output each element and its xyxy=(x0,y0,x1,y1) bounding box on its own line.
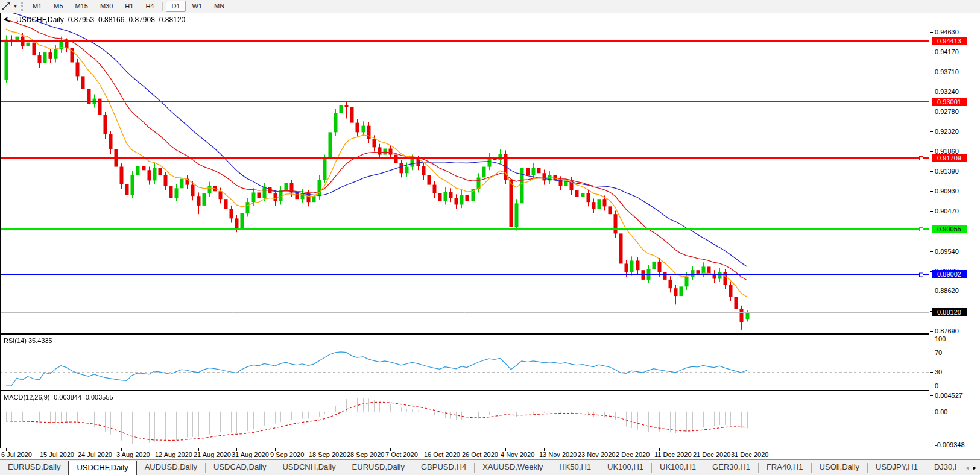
timeframe-toolbar: ▼ M1M5M15M30H1H4D1W1MN xyxy=(0,0,980,13)
chart-tab-ger30-h1[interactable]: GER30,H1 xyxy=(704,460,758,475)
timeframe-button-m1[interactable]: M1 xyxy=(27,1,47,12)
timeframe-button-m15[interactable]: M15 xyxy=(70,1,93,12)
date-tick-label: 21 Aug 2020 xyxy=(194,451,231,458)
price-tick-label: 0.92320 xyxy=(935,128,959,135)
chart-tab-eurusd-daily[interactable]: EURUSD,Daily xyxy=(0,460,68,475)
price-tick-label: 0.90930 xyxy=(935,187,959,195)
line-studies-icon[interactable] xyxy=(1,1,12,11)
close-value: 0.88120 xyxy=(159,16,185,24)
chart-tab-usdjpy-h1[interactable]: USDJPY,H1 xyxy=(868,460,926,475)
chart-tab-usdchf-daily[interactable]: USDCHF,Daily xyxy=(68,461,136,475)
timeframe-button-h4[interactable]: H4 xyxy=(140,1,159,12)
ohlc-values: 0.87953 0.88166 0.87908 0.88120 xyxy=(68,16,186,24)
date-tick-label: 16 Oct 2020 xyxy=(424,451,460,458)
toolbar-separator xyxy=(233,2,233,11)
chart-tab-usdcnh-daily[interactable]: USDCNH,Daily xyxy=(274,460,343,475)
price-tick-label: 0.92780 xyxy=(935,108,959,115)
chart-tab-fra40-h1[interactable]: FRA40,H1 xyxy=(759,460,811,475)
chart-tab-xauusd-weekly[interactable]: XAUUSD,Weekly xyxy=(475,460,551,475)
rsi-tick-mark xyxy=(930,372,933,373)
hline-price-badge: 0.90055 xyxy=(932,225,967,233)
macd-tick-label: 0.004527 xyxy=(935,392,963,399)
chart-tab-uk100-h1[interactable]: UK100,H1 xyxy=(599,460,651,475)
price-tick-label: 0.89540 xyxy=(935,248,959,255)
macd-tick-label: -0.009348 xyxy=(935,441,965,448)
timeframe-button-d1[interactable]: D1 xyxy=(166,1,185,12)
date-tick-label: 26 Oct 2020 xyxy=(462,451,498,458)
chart-arrow-icon xyxy=(4,17,12,23)
tab-scroll-right-icon[interactable]: ► xyxy=(972,465,978,471)
price-tick-mark xyxy=(930,211,933,212)
rsi-label: RSI(14) 35.4335 xyxy=(4,337,52,344)
price-tick-mark xyxy=(930,151,933,152)
chart-tab-hk50-h1[interactable]: HK50,H1 xyxy=(551,460,599,475)
price-tick-label: 0.87690 xyxy=(935,327,959,335)
date-tick-label: 7 Oct 2020 xyxy=(385,451,418,458)
price-tick-mark xyxy=(930,72,933,72)
macd-tick-mark xyxy=(930,395,933,396)
chart-tab-eurusd-daily[interactable]: EURUSD,Daily xyxy=(344,460,413,475)
tab-scroll-controls: ◄ ► xyxy=(956,460,980,475)
main-chart-canvas[interactable] xyxy=(0,13,929,334)
price-tick-mark xyxy=(930,32,933,33)
macd-tick-label: 0.00 xyxy=(935,408,947,415)
date-tick-label: 28 Sep 2020 xyxy=(347,451,384,458)
rsi-tick-mark xyxy=(930,339,933,339)
date-tick-label: 6 Jul 2020 xyxy=(1,451,32,458)
chart-tab-usoil-daily[interactable]: USOil,Daily xyxy=(812,460,867,475)
date-tick-label: 31 Dec 2020 xyxy=(731,451,768,458)
chart-tab-usdcad-daily[interactable]: USDCAD,Daily xyxy=(206,460,274,475)
price-tick-mark xyxy=(930,131,933,132)
rsi-indicator-canvas[interactable] xyxy=(0,334,929,391)
macd-indicator-canvas[interactable] xyxy=(0,391,929,448)
hline-price-badge: 0.94413 xyxy=(932,37,967,45)
date-axis: 6 Jul 202015 Jul 202024 Jul 20203 Aug 20… xyxy=(0,448,980,459)
toolbar-grip-handle[interactable] xyxy=(21,2,23,11)
date-tick-label: 3 Aug 2020 xyxy=(116,451,150,458)
price-tick-mark xyxy=(930,171,933,172)
open-value: 0.87953 xyxy=(68,16,94,24)
tab-scroll-left-icon[interactable]: ◄ xyxy=(964,465,970,471)
price-tick-mark xyxy=(930,92,933,92)
date-tick-label: 18 Sep 2020 xyxy=(309,451,346,458)
chart-tab-audusd-daily[interactable]: AUDUSD,Daily xyxy=(137,460,205,475)
macd-signal-value: -0.003555 xyxy=(83,394,113,401)
timeframe-button-w1[interactable]: W1 xyxy=(187,1,208,12)
date-tick-label: 31 Aug 2020 xyxy=(232,451,269,458)
date-tick-label: 9 Sep 2020 xyxy=(270,451,304,458)
price-tick-label: 0.91390 xyxy=(935,168,959,175)
price-tick-mark xyxy=(930,191,933,192)
hline-price-badge: 0.91709 xyxy=(932,154,967,162)
macd-tick-mark xyxy=(930,445,933,445)
trading-platform-window: ▼ M1M5M15M30H1H4D1W1MN USDCHF,Daily 0.87… xyxy=(0,0,980,475)
macd-label: MACD(12,26,9) -0.003844 -0.003555 xyxy=(4,394,113,401)
rsi-value: 35.4335 xyxy=(28,337,52,344)
macd-name: MACD(12,26,9) xyxy=(4,394,49,401)
price-tick-mark xyxy=(930,331,933,332)
date-tick-label: 11 Dec 2020 xyxy=(654,451,692,458)
chart-symbol-label: USDCHF,Daily xyxy=(16,16,64,24)
timeframe-button-h1[interactable]: H1 xyxy=(119,1,139,12)
rsi-name: RSI(14) xyxy=(4,337,27,344)
price-tick-mark xyxy=(930,251,933,252)
chart-tab-bar: EURUSD,DailyUSDCHF,DailyAUDUSD,DailyUSDC… xyxy=(0,459,980,475)
rsi-tick-mark xyxy=(930,353,933,353)
rsi-tick-label: 70 xyxy=(935,349,942,356)
chart-title: USDCHF,Daily 0.87953 0.88166 0.87908 0.8… xyxy=(4,16,185,24)
timeframe-button-m30[interactable]: M30 xyxy=(95,1,118,12)
date-tick-label: 4 Nov 2020 xyxy=(501,451,534,458)
price-tick-label: 0.88620 xyxy=(935,287,959,294)
rsi-tick-label: 30 xyxy=(935,368,942,376)
toolbar-separator xyxy=(162,2,163,11)
timeframe-buttons: M1M5M15M30H1H4D1W1MN xyxy=(27,1,236,12)
timeframe-button-m5[interactable]: M5 xyxy=(48,1,68,12)
price-tick-label: 0.94170 xyxy=(935,48,959,55)
rsi-tick-mark xyxy=(930,386,933,386)
chart-tab-gbpusd-h4[interactable]: GBPUSD,H4 xyxy=(413,460,474,475)
price-tick-label: 0.90470 xyxy=(935,207,959,215)
toolbar-dropdown-caret-icon[interactable]: ▼ xyxy=(13,4,17,8)
macd-main-value: -0.003844 xyxy=(51,394,81,401)
timeframe-button-mn[interactable]: MN xyxy=(209,1,230,12)
hline-price-badge: 0.89002 xyxy=(932,270,967,278)
chart-tab-uk100-h1[interactable]: UK100,H1 xyxy=(652,460,704,475)
